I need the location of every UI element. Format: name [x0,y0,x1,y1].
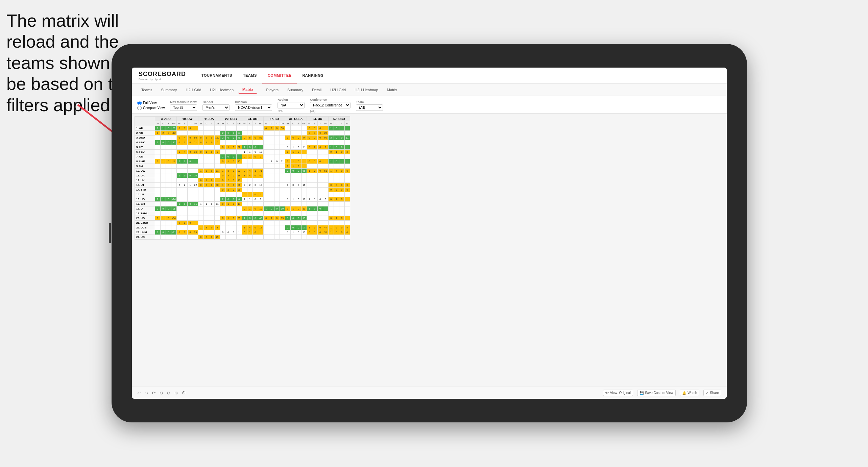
clock-icon[interactable]: ⏱ [182,391,186,395]
matrix-cell [155,164,161,169]
max-teams-select[interactable]: Top 25 Top 50 All [170,104,197,111]
zoom-out-icon[interactable]: ⊖ [160,391,163,395]
matrix-cell: 0 [296,230,301,235]
matrix-cell [204,126,209,131]
subnav-summary1[interactable]: Summary [157,87,181,93]
nav-tournaments[interactable]: TOURNAMENTS [196,68,238,83]
subnav-summary2[interactable]: Summary [283,87,307,93]
subnav-h2h-heatmap1[interactable]: H2H Heatmap [206,87,238,93]
matrix-cell [231,164,236,169]
subnav-matrix1[interactable]: Matrix [238,86,257,94]
nav-committee[interactable]: COMMITTEE [262,68,297,83]
matrix-cell [290,211,296,216]
compact-view-input[interactable] [137,106,142,110]
matrix-cell: 1 [225,216,231,221]
full-view-radio[interactable]: Full View [137,101,165,105]
matrix-cell [166,211,171,216]
matrix-cell: 0 [209,136,215,140]
subnav-h2h-grid1[interactable]: H2H Grid [182,87,205,93]
matrix-cell [215,197,220,202]
matrix-cell: 0 [225,230,231,235]
matrix-cell: 6 [290,136,296,140]
region-select[interactable]: N/A East West [278,102,305,108]
save-custom-button[interactable]: 💾 Save Custom View [637,390,676,396]
row-label: 17. GIT [135,202,155,206]
subnav-players[interactable]: Players [262,87,283,93]
matrix-cell [209,197,215,202]
matrix-cell [323,211,328,216]
matrix-cell [285,202,290,206]
team-select[interactable]: (All) [356,104,383,111]
matrix-cell [177,206,182,211]
zoom-in-icon[interactable]: ⊕ [174,391,178,395]
matrix-cell [177,164,182,169]
conference-select[interactable]: Pac-12 Conference SEC ACC [310,102,351,108]
view-original-button[interactable]: 👁 View: Original [603,390,633,396]
conference-all: (All) [310,109,351,113]
subnav-detail[interactable]: Detail [308,87,326,93]
matrix-cell: 0 [252,136,258,140]
matrix-cell: 1 [247,150,252,154]
sh-asu-w: W [155,121,161,126]
matrix-cell [225,164,231,169]
matrix-cell: 0 [290,183,296,188]
matrix-cell [220,150,225,154]
matrix-cell: 71 [258,169,263,173]
matrix-cell [258,230,263,235]
matrix-cell [188,164,193,169]
matrix-cell [323,206,328,211]
subnav-teams[interactable]: Teams [137,87,156,93]
matrix-cell [312,235,317,240]
matrix-cell: 3 [328,136,334,140]
matrix-cell [193,164,198,169]
matrix-cell: 11 [193,140,198,145]
matrix-cell [161,235,166,240]
matrix-cell [280,230,285,235]
watch-button[interactable]: 🔔 Watch [680,390,699,396]
subnav-h2h-grid2[interactable]: H2H Grid [326,87,350,93]
share-button[interactable]: ↗ Share [703,390,721,396]
matrix-cell [344,154,350,159]
zoom-fit-icon[interactable]: ⊙ [167,391,170,395]
matrix-cell: 0 [220,230,225,235]
nav-teams[interactable]: TEAMS [238,68,262,83]
matrix-area[interactable]: 3. ASU 10. UW 11. UA 22. UCB 24. UO 27. … [132,114,727,387]
matrix-cell [344,211,350,216]
undo-icon[interactable]: ↩ [137,391,141,395]
table-row: 1. AU210230100205001010 [135,126,350,131]
matrix-cell: 0 [220,216,225,221]
matrix-cell [166,221,171,225]
matrix-cell: 1 [312,230,317,235]
refresh-icon[interactable]: ⟳ [152,391,155,395]
row-label: 12. UV [135,178,155,183]
subnav-matrix2[interactable]: Matrix [383,87,401,93]
redo-icon[interactable]: ↪ [145,391,148,395]
full-view-input[interactable] [137,101,142,105]
matrix-cell: 0 [231,183,236,188]
matrix-cell: 1 [161,126,166,131]
matrix-cell [263,178,269,183]
matrix-cell: 1 [242,216,247,221]
matrix-cell [274,136,280,140]
matrix-cell [161,211,166,216]
compact-view-label: Compact View [143,106,165,110]
compact-view-radio[interactable]: Compact View [137,106,165,110]
matrix-cell [193,216,198,221]
matrix-cell [258,131,263,136]
subnav-h2h-heatmap2[interactable]: H2H Heatmap [351,87,382,93]
sh-osu-l: L [334,121,339,126]
sh-ucla-d: Dif [301,121,307,126]
matrix-cell [290,173,296,178]
matrix-cell: 1 [155,131,161,136]
matrix-cell: 0 [155,216,161,221]
matrix-cell: -34 [171,216,177,221]
matrix-cell [225,211,231,216]
matrix-cell: 2 [155,126,161,131]
matrix-cell: 0 [198,235,204,240]
matrix-cell: 5 [204,136,209,140]
division-select[interactable]: NCAA Division I NCAA Division II [235,104,272,111]
nav-rankings[interactable]: RANKINGS [297,68,329,83]
matrix-cell: 13 [301,216,307,221]
gender-select[interactable]: Men's Women's [202,104,230,111]
matrix-cell [301,211,307,216]
